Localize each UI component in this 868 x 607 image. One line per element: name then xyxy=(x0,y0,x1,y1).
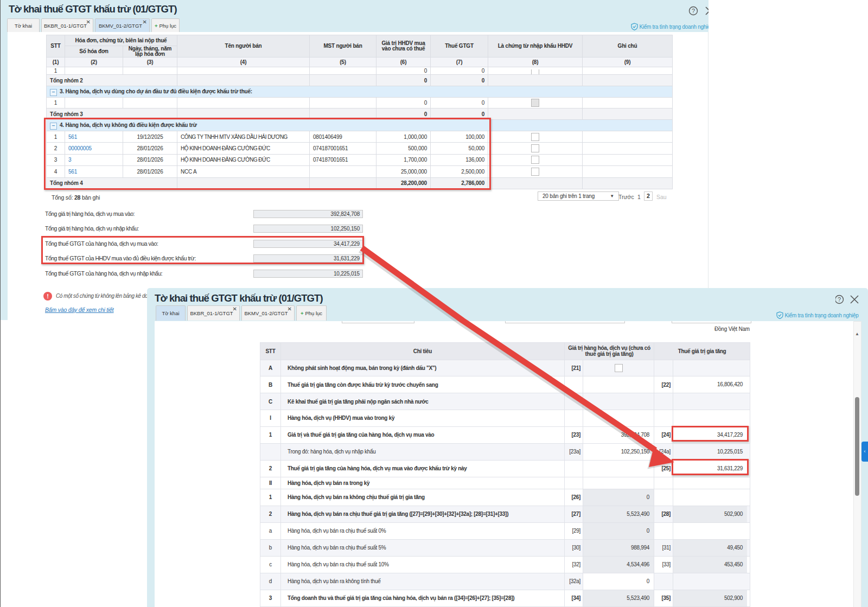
svg-text:?: ? xyxy=(692,8,695,14)
svg-text:?: ? xyxy=(838,296,841,303)
